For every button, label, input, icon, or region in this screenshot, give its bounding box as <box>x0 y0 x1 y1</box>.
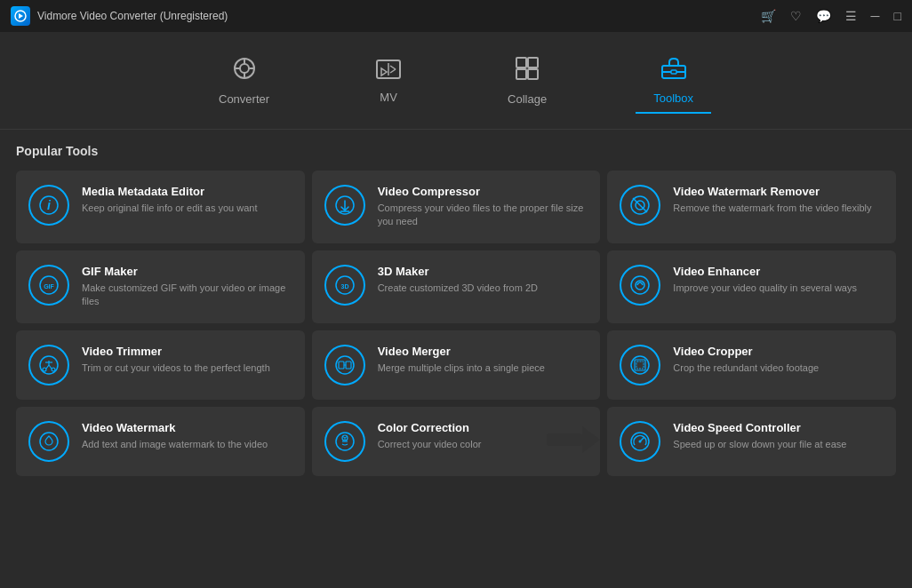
svg-rect-14 <box>528 69 538 79</box>
maximize-icon[interactable]: □ <box>894 9 901 23</box>
user-icon[interactable]: ♡ <box>790 9 802 23</box>
tool-grid: i Media Metadata Editor Keep original fi… <box>16 171 896 476</box>
3d-maker-desc: Create customized 3D video from 2D <box>378 282 588 295</box>
converter-icon <box>232 56 257 87</box>
color-correction-name: Color Correction <box>378 421 588 434</box>
svg-line-9 <box>390 66 396 69</box>
app-title: Vidmore Video Converter (Unregistered) <box>37 10 228 22</box>
video-cropper-name: Video Cropper <box>673 345 884 358</box>
svg-rect-44 <box>636 362 644 369</box>
video-enhancer-icon <box>620 265 660 306</box>
video-trimmer-info: Video Trimmer Trim or cut your videos to… <box>82 345 292 375</box>
video-watermark-name: Video Watermark <box>82 421 292 434</box>
video-compressor-icon <box>324 185 365 226</box>
3d-maker-info: 3D Maker Create customized 3D video from… <box>378 265 588 295</box>
toolbox-label: Toolbox <box>653 91 693 105</box>
svg-point-33 <box>52 368 55 371</box>
svg-line-10 <box>390 69 396 73</box>
gif-maker-name: GIF Maker <box>82 265 292 278</box>
video-merger-icon <box>324 345 365 385</box>
chat-icon[interactable]: 💬 <box>816 9 831 23</box>
svg-rect-11 <box>516 58 526 68</box>
video-enhancer-name: Video Enhancer <box>673 265 884 278</box>
svg-text:3D: 3D <box>340 283 348 290</box>
tool-card-video-cropper[interactable]: Video Cropper Crop the redundant video f… <box>607 330 896 400</box>
tool-card-3d-maker[interactable]: 3D 3D Maker Create customized 3D video f… <box>312 250 601 323</box>
color-correction-desc: Correct your video color <box>378 438 588 451</box>
tool-card-video-compressor[interactable]: Video Compressor Compress your video fil… <box>312 171 601 243</box>
video-compressor-info: Video Compressor Compress your video fil… <box>378 185 588 229</box>
media-metadata-editor-desc: Keep original file info or edit as you w… <box>82 202 292 215</box>
gif-maker-icon: GIF <box>28 265 69 306</box>
tool-card-color-correction[interactable]: Color Correction Correct your video colo… <box>312 407 601 476</box>
video-merger-info: Video Merger Merge multiple clips into a… <box>378 345 588 375</box>
nav-item-collage[interactable]: Collage <box>490 49 564 113</box>
nav-item-toolbox[interactable]: Toolbox <box>636 50 711 112</box>
title-bar-right: 🛒 ♡ 💬 ☰ ─ □ <box>761 9 901 23</box>
video-trimmer-name: Video Trimmer <box>82 345 292 358</box>
nav-item-mv[interactable]: MV <box>358 51 419 111</box>
svg-point-54 <box>639 440 642 442</box>
svg-rect-39 <box>339 362 344 369</box>
gif-maker-desc: Make customized GIF with your video or i… <box>82 282 292 309</box>
svg-point-2 <box>240 64 249 73</box>
video-speed-controller-info: Video Speed Controller Speed up or slow … <box>673 421 884 451</box>
mv-label: MV <box>380 91 397 104</box>
svg-rect-13 <box>516 69 526 79</box>
tool-card-video-enhancer[interactable]: Video Enhancer Improve your video qualit… <box>607 250 896 323</box>
color-correction-icon <box>324 421 365 462</box>
video-watermark-remover-icon <box>620 185 660 226</box>
collage-icon <box>515 56 540 87</box>
video-merger-name: Video Merger <box>378 345 588 358</box>
media-metadata-editor-info: Media Metadata Editor Keep original file… <box>82 185 292 215</box>
video-compressor-desc: Compress your video files to the proper … <box>378 202 588 229</box>
nav-item-converter[interactable]: Converter <box>201 49 287 113</box>
converter-label: Converter <box>219 92 269 106</box>
menu-icon[interactable]: ☰ <box>845 9 857 23</box>
svg-rect-12 <box>528 58 538 68</box>
title-bar: Vidmore Video Converter (Unregistered) 🛒… <box>0 0 912 32</box>
nav-bar: Converter MV Collage <box>0 32 912 130</box>
video-compressor-name: Video Compressor <box>378 185 588 198</box>
video-cropper-icon <box>620 345 660 385</box>
mv-icon <box>376 58 401 85</box>
tool-card-gif-maker[interactable]: GIF GIF Maker Make customized GIF with y… <box>16 250 305 323</box>
svg-point-32 <box>43 368 46 371</box>
media-metadata-editor-icon: i <box>28 185 69 226</box>
svg-text:GIF: GIF <box>44 283 54 290</box>
minimize-icon[interactable]: ─ <box>871 9 880 23</box>
video-speed-controller-icon <box>620 421 660 462</box>
video-enhancer-desc: Improve your video quality in several wa… <box>673 282 884 295</box>
app-logo <box>11 6 30 26</box>
cart-icon[interactable]: 🛒 <box>761 9 776 23</box>
svg-point-29 <box>631 276 649 294</box>
video-watermark-remover-name: Video Watermark Remover <box>673 185 884 198</box>
video-cropper-info: Video Cropper Crop the redundant video f… <box>673 345 884 375</box>
video-watermark-info: Video Watermark Add text and image water… <box>82 421 292 451</box>
gif-maker-info: GIF Maker Make customized GIF with your … <box>82 265 292 309</box>
tool-card-video-trimmer[interactable]: Video Trimmer Trim or cut your videos to… <box>16 330 305 400</box>
video-speed-controller-desc: Speed up or slow down your file at ease <box>673 438 884 451</box>
video-watermark-icon <box>28 421 69 462</box>
video-merger-desc: Merge multiple clips into a single piece <box>378 362 588 375</box>
tool-card-video-merger[interactable]: Video Merger Merge multiple clips into a… <box>312 330 601 400</box>
tool-card-media-metadata-editor[interactable]: i Media Metadata Editor Keep original fi… <box>16 171 305 243</box>
toolbox-icon <box>660 57 687 86</box>
svg-rect-17 <box>671 70 676 74</box>
section-title: Popular Tools <box>16 144 896 158</box>
3d-maker-icon: 3D <box>324 265 365 306</box>
video-cropper-desc: Crop the redundant video footage <box>673 362 884 375</box>
video-speed-controller-name: Video Speed Controller <box>673 421 884 434</box>
tool-card-video-speed-controller[interactable]: Video Speed Controller Speed up or slow … <box>607 407 896 476</box>
svg-line-34 <box>46 365 49 369</box>
tool-card-video-watermark[interactable]: Video Watermark Add text and image water… <box>16 407 305 476</box>
tool-card-video-watermark-remover[interactable]: Video Watermark Remover Remove the water… <box>607 171 896 243</box>
svg-text:i: i <box>47 198 52 212</box>
color-correction-info: Color Correction Correct your video colo… <box>378 421 588 451</box>
collage-label: Collage <box>508 92 547 106</box>
video-watermark-remover-info: Video Watermark Remover Remove the water… <box>673 185 884 215</box>
svg-point-45 <box>40 433 58 450</box>
video-trimmer-icon <box>28 345 69 385</box>
video-watermark-desc: Add text and image watermark to the vide… <box>82 438 292 451</box>
svg-point-42 <box>631 356 649 374</box>
